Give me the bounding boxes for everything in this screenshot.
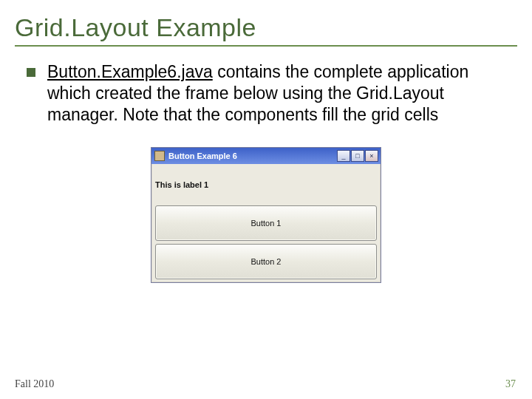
label-1: This is label 1 <box>153 166 379 204</box>
window-frame: Button Example 6 _ □ × This is label 1 B… <box>151 147 381 283</box>
bullet-item: Button.Example6.java contains the comple… <box>15 61 517 125</box>
slide-title: Grid.Layout Example <box>15 13 517 42</box>
source-link[interactable]: Button.Example6.java <box>47 62 213 81</box>
close-button[interactable]: × <box>365 150 378 162</box>
minimize-button[interactable]: _ <box>337 150 350 162</box>
slide: Grid.Layout Example Button.Example6.java… <box>0 0 532 399</box>
title-underline <box>15 45 517 47</box>
maximize-button[interactable]: □ <box>351 150 364 162</box>
window-control-buttons: _ □ × <box>337 150 378 162</box>
button-1-cell: Button 1 <box>153 204 379 242</box>
window-titlebar[interactable]: Button Example 6 _ □ × <box>151 148 381 164</box>
bullet-text: Button.Example6.java contains the comple… <box>47 61 491 125</box>
minimize-icon: _ <box>341 153 345 160</box>
window-client-area: This is label 1 Button 1 Button 2 <box>151 164 381 282</box>
example-window-figure: Button Example 6 _ □ × This is label 1 B… <box>151 147 381 283</box>
java-app-icon <box>154 151 165 161</box>
maximize-icon: □ <box>355 153 359 160</box>
button-2[interactable]: Button 2 <box>155 244 377 279</box>
window-title: Button Example 6 <box>168 151 337 160</box>
button-2-cell: Button 2 <box>153 242 379 281</box>
bullet-square-icon <box>27 68 35 77</box>
footer-term: Fall 2010 <box>15 378 54 390</box>
button-1[interactable]: Button 1 <box>155 205 377 241</box>
close-icon: × <box>369 153 373 160</box>
page-number: 37 <box>505 378 516 390</box>
